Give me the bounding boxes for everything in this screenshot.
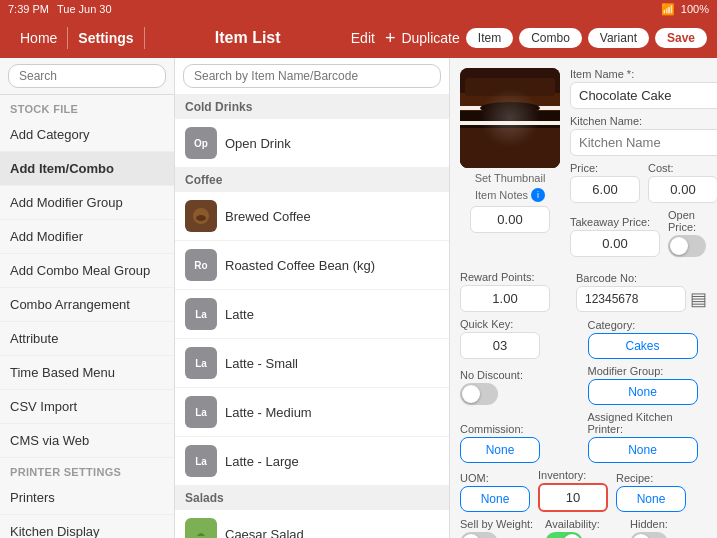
printer-settings-label: PRINTER SETTINGS [0,458,174,481]
save-button[interactable]: Save [655,28,707,48]
inventory-input[interactable] [538,483,608,512]
sidebar-item-time-based-menu[interactable]: Time Based Menu [0,356,174,390]
list-item-brewed-coffee[interactable]: Brewed Coffee [175,192,449,241]
price-label: Price: [570,162,640,174]
barcode-label: Barcode No: [576,272,707,284]
uom-label: UOM: [460,472,530,484]
duplicate-button[interactable]: Duplicate [401,30,459,46]
takeaway-price-input[interactable] [570,230,660,257]
item-name-open-drink: Open Drink [225,136,291,151]
reward-barcode-row: Reward Points: Barcode No: ▤ [460,271,707,312]
price-input[interactable] [570,176,640,203]
no-discount-toggle[interactable] [460,383,498,405]
top-actions: + Duplicate Item Combo Variant Save [385,28,707,49]
list-item-caesar-salad[interactable]: Caesar Salad [175,510,449,538]
sidebar-item-cms-via-web[interactable]: CMS via Web [0,424,174,458]
availability-label: Availability: [545,518,622,530]
hidden-label: Hidden: [630,518,707,530]
nodiscount-modifier-row: No Discount: Modifier Group: None [460,365,707,405]
list-item-latte-medium[interactable]: La Latte - Medium [175,388,449,437]
takeaway-row: Takeaway Price: Open Price: [570,209,717,257]
item-tab[interactable]: Item [466,28,513,48]
list-item-open-drink[interactable]: Op Open Drink [175,119,449,168]
item-search-input[interactable] [183,64,441,88]
svg-rect-22 [460,121,560,125]
cost-input[interactable] [648,176,717,203]
plus-button[interactable]: + [385,28,396,49]
detail-panel: Set Thumbnail Item Notes i Item Name *: … [450,58,717,538]
status-bar: 7:39 PM Tue Jun 30 📶 100% [0,0,717,18]
list-item-roasted-coffee[interactable]: Ro Roasted Coffee Bean (kg) [175,241,449,290]
sidebar-item-csv-import[interactable]: CSV Import [0,390,174,424]
sell-by-weight-toggle[interactable] [460,532,498,538]
barcode-input[interactable] [576,286,686,312]
sidebar-item-add-item-combo[interactable]: Add Item/Combo [0,152,174,186]
combo-tab[interactable]: Combo [519,28,582,48]
item-list-title: Item List [215,29,281,46]
recipe-value[interactable]: None [616,486,686,512]
sidebar-item-add-combo-meal-group[interactable]: Add Combo Meal Group [0,254,174,288]
no-discount-label: No Discount: [460,369,580,381]
sidebar-item-kitchen-display[interactable]: Kitchen Display [0,515,174,538]
sidebar-item-add-modifier-group[interactable]: Add Modifier Group [0,186,174,220]
modifier-group-value[interactable]: None [588,379,698,405]
nav-center: Item List [145,29,351,47]
availability-toggle[interactable] [545,532,583,538]
sidebar-item-combo-arrangement[interactable]: Combo Arrangement [0,288,174,322]
item-notes-label: Item Notes i [475,188,545,202]
sidebar-search-input[interactable] [8,64,166,88]
quickkey-label: Quick Key: [460,318,580,330]
item-list-search-container [175,58,449,95]
item-name-roasted-coffee: Roasted Coffee Bean (kg) [225,258,375,273]
svg-point-1 [196,215,206,221]
commission-value[interactable]: None [460,437,540,463]
sidebar-item-add-modifier[interactable]: Add Modifier [0,220,174,254]
sidebar-item-attribute[interactable]: Attribute [0,322,174,356]
quickkey-input[interactable] [460,332,540,359]
list-item-latte[interactable]: La Latte [175,290,449,339]
assigned-kitchen-value[interactable]: None [588,437,698,463]
svg-rect-17 [460,123,560,168]
reward-points-label: Reward Points: [460,271,568,283]
detail-fields: Item Name *: Kitchen Name: Price: [570,68,717,263]
category-label: Category: [588,319,708,331]
item-name-latte: Latte [225,307,254,322]
set-thumbnail-label[interactable]: Set Thumbnail [475,172,546,184]
sidebar-item-add-category[interactable]: Add Category [0,118,174,152]
home-nav[interactable]: Home [10,30,67,46]
variant-tab[interactable]: Variant [588,28,649,48]
sell-by-weight-label: Sell by Weight: [460,518,537,530]
item-name-input[interactable] [570,82,717,109]
thumbnail-image [460,68,560,168]
category-salads: Salads [175,486,449,510]
detail-top: Set Thumbnail Item Notes i Item Name *: … [460,68,707,263]
item-icon-caesar [185,518,217,538]
battery: 100% [681,3,709,15]
commission-label: Commission: [460,423,580,435]
barcode-scan-icon[interactable]: ▤ [690,288,707,310]
uom-inventory-recipe-row: UOM: None Inventory: Recipe: None [460,469,707,512]
recipe-label: Recipe: [616,472,686,484]
inventory-label: Inventory: [538,469,608,481]
main-content: STOCK FILE Add Category Add Item/Combo A… [0,58,717,538]
list-item-latte-large[interactable]: La Latte - Large [175,437,449,486]
open-price-toggle[interactable] [668,235,706,257]
hidden-toggle[interactable] [630,532,668,538]
cost-label: Cost: [648,162,717,174]
item-name-latte-large: Latte - Large [225,454,299,469]
uom-value[interactable]: None [460,486,530,512]
category-value[interactable]: Cakes [588,333,698,359]
sidebar-item-printers[interactable]: Printers [0,481,174,515]
kitchen-name-input[interactable] [570,129,717,156]
svg-rect-21 [460,106,560,110]
sidebar-search-container [0,58,174,95]
edit-button[interactable]: Edit [351,30,375,46]
category-cold-drinks: Cold Drinks [175,95,449,119]
date: Tue Jun 30 [57,3,112,15]
settings-nav[interactable]: Settings [68,30,143,46]
reward-points-input[interactable] [460,285,550,312]
item-notes-value[interactable] [470,206,550,233]
svg-point-23 [480,102,540,114]
list-item-latte-small[interactable]: La Latte - Small [175,339,449,388]
item-icon-open-drink: Op [185,127,217,159]
